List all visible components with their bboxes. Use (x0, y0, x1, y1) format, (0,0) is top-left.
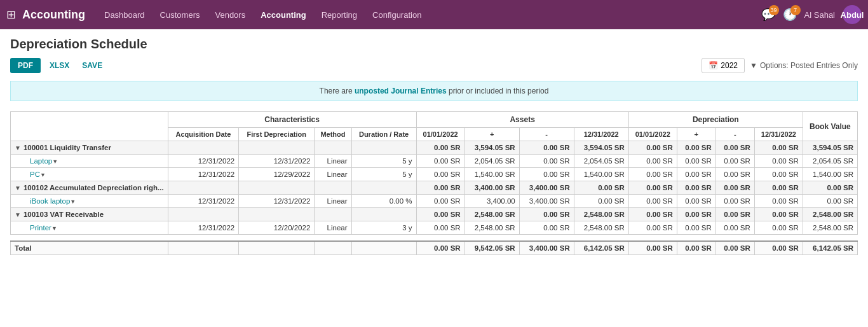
assets-end-header: 12/31/2022 (574, 128, 628, 141)
messages-badge: 39 (769, 5, 779, 15)
top-navigation: ⊞ Accounting Dashboard Customers Vendors… (0, 0, 868, 29)
characteristics-header: Characteristics (168, 112, 416, 128)
dep-start-header: 01/01/2022 (628, 128, 677, 141)
avatar[interactable]: Abdul (843, 5, 862, 24)
assets-minus-header: - (519, 128, 574, 141)
asset-name-cell[interactable]: Laptop▼ (11, 155, 168, 168)
depreciation-table-wrap: Characteristics Assets Depreciation Book… (10, 111, 858, 255)
group-label: ▼100102 Accumulated Depreciation righ... (11, 181, 168, 195)
group-label: ▼100001 Liquidity Transfer (11, 141, 168, 155)
spacer-row (11, 235, 858, 241)
app-name: Accounting (22, 8, 85, 22)
table-row: Laptop▼ 12/31/2022 12/31/2022 Linear 5 y… (11, 155, 858, 168)
pdf-button[interactable]: PDF (10, 58, 41, 73)
asset-name-cell[interactable]: iBook laptop▼ (11, 195, 168, 208)
table-row-group: ▼100103 VAT Receivable 0.00 SR 2,548.00 … (11, 208, 858, 221)
assets-start-header: 01/01/2022 (416, 128, 465, 141)
acq-date-header: Acquisition Date (168, 128, 239, 141)
expand-icon[interactable]: ▼ (15, 184, 21, 191)
banner-link[interactable]: unposted Journal Entries (355, 87, 447, 95)
activity-button[interactable]: 🕐7 (783, 8, 797, 22)
nav-reporting[interactable]: Reporting (315, 8, 363, 22)
options-button[interactable]: ▼ Options: Posted Entries Only (750, 61, 858, 70)
xlsx-button[interactable]: XLSX (46, 58, 73, 73)
options-label: Options: Posted Entries Only (760, 61, 858, 70)
user-name: Al Sahal (804, 10, 835, 20)
caret-icon: ▼ (70, 198, 76, 205)
messages-button[interactable]: 💬39 (761, 8, 775, 22)
nav-right: 💬39 🕐7 Al Sahal Abdul (761, 5, 862, 24)
banner-text-after: prior or included in this period (447, 87, 549, 95)
assets-header: Assets (416, 112, 628, 128)
asset-name-cell[interactable]: Printer▼ (11, 221, 168, 235)
nav-customers[interactable]: Customers (154, 8, 207, 22)
toolbar-right: 📅 2022 ▼ Options: Posted Entries Only (702, 58, 858, 73)
depreciation-header: Depreciation (628, 112, 803, 128)
table-row-group: ▼100102 Accumulated Depreciation righ...… (11, 181, 858, 195)
calendar-icon: 📅 (709, 61, 718, 70)
table-row: PC▼ 12/31/2022 12/29/2022 Linear 5 y 0.0… (11, 168, 858, 181)
nav-configuration[interactable]: Configuration (366, 8, 428, 22)
caret-icon: ▼ (52, 158, 58, 165)
nav-links: Dashboard Customers Vendors Accounting R… (98, 8, 761, 22)
depreciation-table: Characteristics Assets Depreciation Book… (10, 111, 858, 255)
filter-icon: ▼ (750, 61, 757, 70)
activity-badge: 7 (790, 5, 801, 15)
asset-name-cell[interactable]: PC▼ (11, 168, 168, 181)
assets-plus-header: + (465, 128, 519, 141)
expand-icon[interactable]: ▼ (15, 144, 21, 151)
total-row: Total 0.00 SR 9,542.05 SR 3,400.00 SR 6,… (11, 241, 858, 255)
total-label: Total (11, 241, 168, 255)
empty-header (11, 112, 168, 141)
year-button[interactable]: 📅 2022 (702, 58, 745, 73)
duration-rate-header: Duration / Rate (351, 128, 416, 141)
grid-icon[interactable]: ⊞ (6, 8, 16, 22)
table-row: Printer▼ 12/31/2022 12/20/2022 Linear 3 … (11, 221, 858, 235)
caret-icon: ▼ (40, 172, 46, 178)
page-title: Depreciation Schedule (10, 37, 858, 52)
save-button[interactable]: SAVE (78, 58, 106, 73)
dep-end-header: 12/31/2022 (754, 128, 803, 141)
book-value-header: Book Value (803, 112, 857, 141)
page-content: Depreciation Schedule PDF XLSX SAVE 📅 20… (0, 29, 868, 263)
dep-minus-header: - (715, 128, 754, 141)
banner-text-before: There are (320, 87, 355, 95)
nav-accounting[interactable]: Accounting (254, 8, 313, 22)
nav-dashboard[interactable]: Dashboard (98, 8, 151, 22)
method-header: Method (315, 128, 351, 141)
table-row: iBook laptop▼ 12/31/2022 12/31/2022 Line… (11, 195, 858, 208)
group-label: ▼100103 VAT Receivable (11, 208, 168, 221)
dep-plus-header: + (677, 128, 715, 141)
caret-icon: ▼ (51, 225, 57, 232)
nav-vendors[interactable]: Vendors (208, 8, 252, 22)
table-row-group: ▼100001 Liquidity Transfer 0.00 SR 3,594… (11, 141, 858, 155)
expand-icon[interactable]: ▼ (15, 211, 21, 218)
toolbar: PDF XLSX SAVE 📅 2022 ▼ Options: Posted E… (10, 58, 858, 73)
info-banner: There are unposted Journal Entries prior… (10, 81, 858, 101)
year-value: 2022 (721, 61, 738, 70)
first-dep-header: First Depreciation (239, 128, 315, 141)
